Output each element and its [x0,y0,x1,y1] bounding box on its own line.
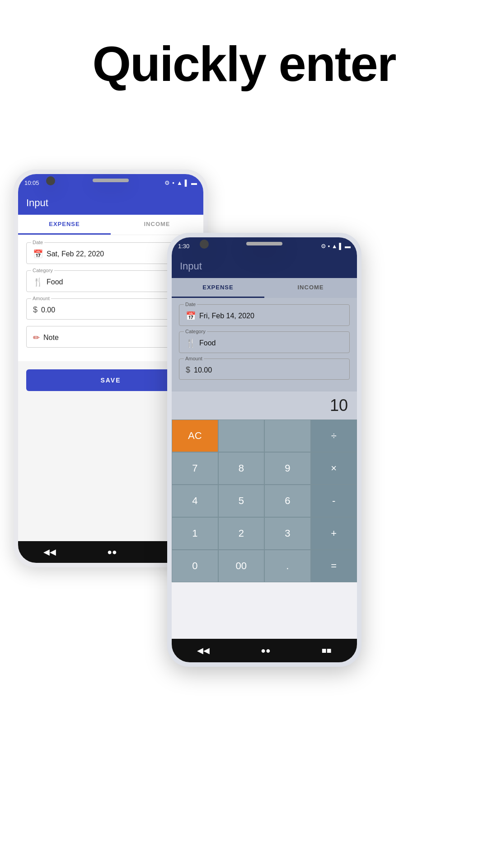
calc-btn-0[interactable]: 0 [172,550,218,582]
phone2-category-field[interactable]: Category 🍴 Food [179,331,350,353]
home-button-2[interactable]: ● [261,646,271,656]
phone1-appbar: Input [18,191,203,215]
recent-button-2[interactable]: ■ [322,646,332,656]
calc-row-3: 1 2 3 + [172,517,357,550]
tab2-income[interactable]: INCOME [264,278,357,298]
phone1-date-value: Sat, Feb 22, 2020 [47,250,104,258]
phone2: 1:30 ⚙ ▪ ▲ ▌ ▬ Input EXPENSE INCOME [167,233,361,667]
wifi-icon: ▲ [177,179,183,186]
phones-wrapper: 10:05 ⚙ ▪ ▲ ▌ ▬ Input EXPENSE INCOME [0,145,488,868]
battery-icon-2: ▬ [345,243,351,250]
gear-icon-2: ⚙ [321,243,326,250]
phone2-time: 1:30 [178,243,189,250]
gear-icon: ⚙ [164,179,170,186]
phone2-status-icons: ⚙ ▪ ▲ ▌ ▬ [321,243,351,250]
calc-btn-8[interactable]: 8 [218,452,265,485]
phone2-amount-field[interactable]: Amount $ 10.00 [179,359,350,380]
calc-display: 10 [172,392,357,420]
calc-btn-9[interactable]: 9 [264,452,311,485]
signal-icon: ▌ [185,179,189,186]
phone2-appbar: Input [172,255,357,278]
sim-icon: ▪ [172,179,174,186]
phone2-tabs: EXPENSE INCOME [172,278,357,298]
battery-icon: ▬ [191,179,197,186]
back-button-2[interactable]: ◀ [197,646,210,656]
calc-btn-2[interactable]: 2 [218,517,265,550]
phone2-amount-label: Amount [184,356,204,361]
calc-btn-6[interactable]: 6 [264,485,311,517]
calc-btn-div[interactable]: ÷ [311,420,357,452]
tab2-expense[interactable]: EXPENSE [172,278,264,298]
phone1-time: 10:05 [24,179,39,186]
calc-btn-5[interactable]: 5 [218,485,265,517]
phone1-category-label: Category [31,268,54,273]
phone2-statusbar: 1:30 ⚙ ▪ ▲ ▌ ▬ [172,237,357,255]
phone1-tabs: EXPENSE INCOME [18,215,203,235]
tab1-expense[interactable]: EXPENSE [18,215,111,235]
phone1-amount-label: Amount [31,296,51,301]
phone1-camera [46,176,55,185]
calc-btn-add[interactable]: + [311,517,357,550]
phone2-form: Date 📅 Fri, Feb 14, 2020 Category 🍴 Food [172,298,357,392]
phone2-amount-value: 10.00 [194,366,212,374]
phone1-category-value: Food [47,278,63,286]
calc-btn-eq[interactable]: = [311,550,357,582]
phone1-statusbar: 10:05 ⚙ ▪ ▲ ▌ ▬ [18,174,203,191]
calc-row-2: 4 5 6 - [172,485,357,517]
calc-btn-4[interactable]: 4 [172,485,218,517]
phone1-speaker [93,179,129,182]
phone2-date-value: Fri, Feb 14, 2020 [199,312,254,320]
wifi-icon-2: ▲ [332,243,338,250]
back-button[interactable]: ◀ [43,547,56,557]
calc-btn-mul[interactable]: × [311,452,357,485]
phone2-app-title: Input [180,260,202,272]
calendar-icon: 📅 [33,249,43,259]
calc-row-1: 7 8 9 × [172,452,357,485]
calc-btn-sub[interactable]: - [311,485,357,517]
calc-btn-empty2[interactable] [264,420,311,452]
sim-icon-2: ▪ [328,243,330,250]
dollar-icon-2: $ [186,365,190,375]
phone1-app-title: Input [26,197,48,209]
calculator: AC ÷ 7 8 9 × 4 5 6 - [172,420,357,582]
phone1-status-icons: ⚙ ▪ ▲ ▌ ▬ [164,179,197,186]
calc-btn-7[interactable]: 7 [172,452,218,485]
calc-btn-1[interactable]: 1 [172,517,218,550]
phone1-date-label: Date [31,240,44,245]
phone2-category-value: Food [199,339,216,347]
food-icon-2: 🍴 [186,338,196,348]
phone1-note-value: Note [43,334,59,342]
phone2-date-field[interactable]: Date 📅 Fri, Feb 14, 2020 [179,304,350,326]
phone2-navbar: ◀ ● ■ [172,639,357,662]
calc-row-0: AC ÷ [172,420,357,452]
calc-btn-3[interactable]: 3 [264,517,311,550]
phone2-screen: 1:30 ⚙ ▪ ▲ ▌ ▬ Input EXPENSE INCOME [172,237,357,662]
calc-btn-dot[interactable]: . [264,550,311,582]
hero-title: Quickly enter [0,0,488,91]
phone1-amount-value: 0.00 [41,306,55,314]
phone2-camera [200,240,209,249]
signal-icon-2: ▌ [339,243,343,250]
phone2-date-label: Date [184,302,197,307]
calc-btn-00[interactable]: 00 [218,550,265,582]
calendar-icon-2: 📅 [186,311,196,321]
phone2-category-label: Category [184,329,207,334]
calc-btn-empty1[interactable] [218,420,265,452]
tab1-income[interactable]: INCOME [111,215,203,235]
food-icon: 🍴 [33,277,43,287]
dollar-icon: $ [33,305,38,315]
phone2-speaker [246,242,282,245]
pencil-icon: ✏ [33,333,40,343]
home-button[interactable]: ● [107,547,117,557]
calc-row-4: 0 00 . = [172,550,357,582]
calc-btn-ac[interactable]: AC [172,420,218,452]
